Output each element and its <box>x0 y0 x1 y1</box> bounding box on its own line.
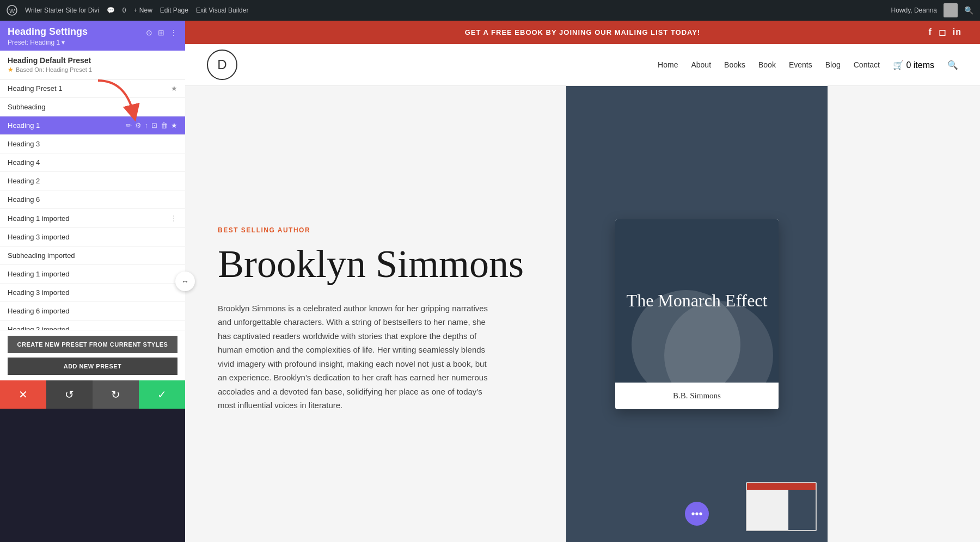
cancel-button[interactable]: ✕ <box>0 380 46 409</box>
preset-item-label: Heading 3 <box>8 140 40 148</box>
panel-header: Heading Settings Preset: Heading 1 ▾ ⊙ ⊞… <box>0 21 185 51</box>
panel-bottom: CREATE NEW PRESET FROM CURRENT STYLES AD… <box>0 330 185 380</box>
preset-item-heading-3[interactable]: Heading 3 <box>0 135 185 153</box>
thumb-inner <box>747 483 816 530</box>
instagram-icon[interactable]: ◻ <box>939 27 946 38</box>
site-preview-thumb <box>746 482 817 531</box>
book-cover: The Monarch Effect <box>615 219 779 383</box>
thumb-right <box>788 490 816 530</box>
site-topbar-wrap: GET A FREE EBOOK BY JOINING OUR MAILING … <box>193 28 972 36</box>
preset-item-label: Heading 3 imported <box>8 233 69 241</box>
admin-edit-page[interactable]: Edit Page <box>160 7 188 14</box>
preset-item-subheading-imported[interactable]: Subheading imported <box>0 247 185 265</box>
nav-books[interactable]: Books <box>724 60 745 69</box>
preset-item-label: Heading Preset 1 <box>8 84 62 93</box>
preset-item-heading-1[interactable]: Heading 1 ✏ ⚙ ↑ ⊡ 🗑 ★ <box>0 116 185 135</box>
admin-site-name[interactable]: Writer Starter Site for Divi <box>25 7 99 14</box>
settings-icon[interactable]: ⚙ <box>135 121 142 130</box>
preset-item-label: Heading 1 imported <box>8 270 69 278</box>
facebook-icon[interactable]: f <box>928 27 932 38</box>
nav-about[interactable]: About <box>691 60 711 69</box>
book-card: The Monarch Effect B.B. Simmons <box>615 219 779 409</box>
add-preset-button[interactable]: ADD NEW PRESET <box>8 358 177 375</box>
preset-default-name[interactable]: Heading Default Preset <box>8 56 91 65</box>
nav-search-button[interactable]: 🔍 <box>947 60 958 70</box>
linkedin-icon[interactable]: in <box>953 27 961 38</box>
favorite-icon[interactable]: ★ <box>171 121 177 130</box>
panel-title-group: Heading Settings Preset: Heading 1 ▾ <box>8 26 88 46</box>
preset-item-label: Heading 3 imported <box>8 288 69 297</box>
book-title: The Monarch Effect <box>618 281 776 319</box>
preset-item-label: Heading 1 imported <box>8 214 69 223</box>
preset-item-label: Heading 6 imported <box>8 307 69 315</box>
preset-star-icon[interactable]: ★ <box>171 84 177 93</box>
edit-icon[interactable]: ✏ <box>126 121 132 130</box>
preset-item-heading-preset-1[interactable]: Heading Preset 1 ★ <box>0 79 185 98</box>
preset-item-actions: ✏ ⚙ ↑ ⊡ 🗑 ★ <box>126 121 178 130</box>
preset-based-on: ★ Based On: Heading Preset 1 <box>8 66 177 73</box>
preset-based-on-text: Based On: Heading Preset 1 <box>16 66 92 73</box>
create-preset-button[interactable]: CREATE NEW PRESET FROM CURRENT STYLES <box>8 336 177 353</box>
author-name: Brooklyn Simmons <box>218 243 534 286</box>
preset-item-heading-1-imported[interactable]: Heading 1 imported ⋮ <box>0 209 185 228</box>
preset-item-heading-3-imported-2[interactable]: Heading 3 imported <box>0 284 185 302</box>
best-seller-label: BEST SELLING AUTHOR <box>218 226 534 234</box>
nav-home[interactable]: Home <box>658 60 678 69</box>
admin-search-button[interactable]: 🔍 <box>964 6 973 15</box>
nav-book[interactable]: Book <box>758 60 776 69</box>
wordpress-logo: W <box>7 5 17 16</box>
site-navbar: D Home About Books Book Events Blog Cont… <box>185 44 980 86</box>
panel-icon-more[interactable]: ⋮ <box>170 28 177 37</box>
preset-item-heading-2[interactable]: Heading 2 <box>0 172 185 190</box>
redo-button[interactable]: ↻ <box>93 380 139 409</box>
preset-item-heading-3-imported[interactable]: Heading 3 imported <box>0 228 185 247</box>
preset-default-row: Heading Default Preset <box>8 56 177 65</box>
preset-item-heading-6[interactable]: Heading 6 <box>0 190 185 209</box>
panel-toggle-button[interactable]: ↔ <box>175 272 195 291</box>
preset-item-label: Subheading imported <box>8 251 75 260</box>
three-dots-icon[interactable]: ⋮ <box>170 214 177 223</box>
copy-icon[interactable]: ⊡ <box>151 121 157 130</box>
nav-blog[interactable]: Blog <box>825 60 841 69</box>
preset-dropdown: Heading Default Preset ★ Based On: Headi… <box>0 51 185 79</box>
left-panel: Heading Settings Preset: Heading 1 ▾ ⊙ ⊞… <box>0 21 185 542</box>
preset-item-label: Subheading <box>8 103 45 111</box>
preset-item-label: Heading 1 <box>8 121 40 130</box>
thumb-left <box>747 490 788 530</box>
nav-cart[interactable]: 🛒 0 items <box>893 60 934 70</box>
preset-item-heading-2-imported[interactable]: Heading 2 imported <box>0 321 185 330</box>
site-topbar: GET A FREE EBOOK BY JOINING OUR MAILING … <box>185 21 980 44</box>
site-content-left: BEST SELLING AUTHOR Brooklyn Simmons Bro… <box>185 86 566 542</box>
nav-contact[interactable]: Contact <box>854 60 880 69</box>
panel-footer: ✕ ↺ ↻ ✓ <box>0 380 185 409</box>
admin-exit-builder[interactable]: Exit Visual Builder <box>196 7 249 14</box>
admin-bar-right: Howdy, Deanna 🔍 <box>891 3 974 17</box>
delete-icon[interactable]: 🗑 <box>161 121 168 130</box>
admin-comment-count[interactable]: 0 <box>122 7 126 14</box>
preset-item-label: Heading 2 <box>8 177 40 185</box>
preset-item-heading-6-imported[interactable]: Heading 6 imported <box>0 302 185 321</box>
panel-header-icons: ⊙ ⊞ ⋮ <box>146 28 177 37</box>
admin-comment-icon: 💬 <box>107 7 115 14</box>
undo-button[interactable]: ↺ <box>46 380 93 409</box>
preset-item-subheading[interactable]: Subheading <box>0 98 185 116</box>
more-button[interactable]: ••• <box>685 502 709 526</box>
panel-icon-focus[interactable]: ⊙ <box>146 28 152 37</box>
panel-subtitle[interactable]: Preset: Heading 1 ▾ <box>8 39 88 46</box>
export-icon[interactable]: ↑ <box>145 121 149 130</box>
site-nav: Home About Books Book Events Blog Contac… <box>658 60 958 70</box>
panel-icon-grid[interactable]: ⊞ <box>158 28 164 37</box>
nav-events[interactable]: Events <box>789 60 812 69</box>
preset-item-label: Heading 2 imported <box>8 325 69 330</box>
preset-item-heading-4[interactable]: Heading 4 <box>0 153 185 172</box>
preset-item-heading-1-imported-2[interactable]: Heading 1 imported <box>0 265 185 284</box>
website-area: GET A FREE EBOOK BY JOINING OUR MAILING … <box>185 21 980 542</box>
admin-bar: W Writer Starter Site for Divi 💬 0 + New… <box>0 0 980 21</box>
book-author: B.B. Simmons <box>615 383 779 409</box>
confirm-button[interactable]: ✓ <box>139 380 185 409</box>
admin-new-button[interactable]: + New <box>134 7 152 14</box>
preset-item-label: Heading 4 <box>8 158 40 167</box>
site-logo: D <box>207 50 237 80</box>
site-content-right: The Monarch Effect B.B. Simmons <box>566 86 828 542</box>
panel-title: Heading Settings <box>8 26 88 38</box>
